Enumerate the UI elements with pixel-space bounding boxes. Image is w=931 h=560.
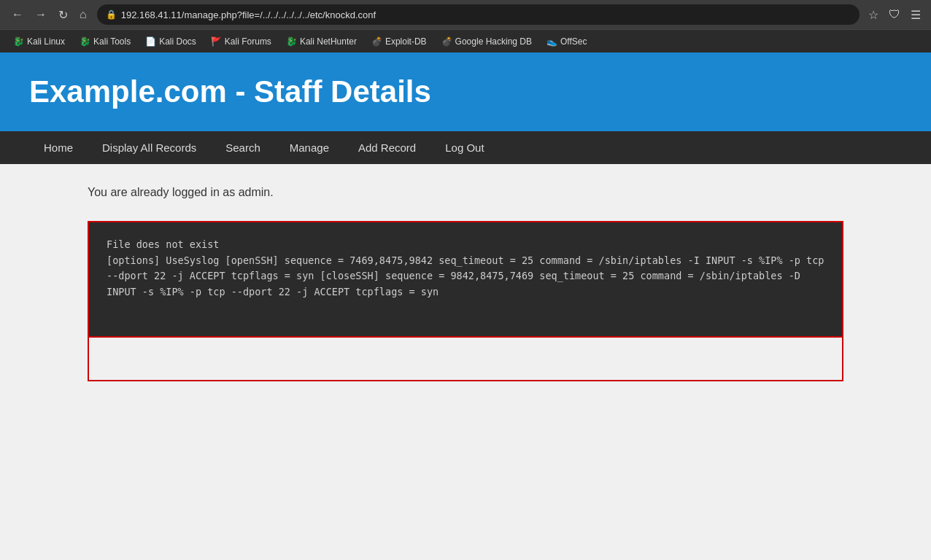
- bookmark-offsec[interactable]: 👟 OffSec: [541, 35, 592, 48]
- bookmark-kali-nethunter-label: Kali NetHunter: [300, 36, 357, 47]
- kali-linux-icon: 🐉: [13, 36, 24, 47]
- bookmark-kali-linux-label: Kali Linux: [27, 36, 65, 47]
- bookmark-exploit-db-label: Exploit-DB: [385, 36, 427, 47]
- file-content-text: File does not exist [options] UseSyslog …: [107, 237, 824, 300]
- nav-link-search[interactable]: Search: [211, 131, 275, 164]
- address-bar[interactable]: [121, 9, 851, 20]
- nav-buttons: ← → ↻ ⌂: [7, 7, 91, 23]
- bookmark-kali-docs[interactable]: 📄 Kali Docs: [139, 35, 202, 48]
- page-wrapper: Example.com - Staff Details Home Display…: [0, 52, 931, 560]
- bookmark-offsec-label: OffSec: [560, 36, 587, 47]
- bookmark-google-hacking-db[interactable]: 💣 Google Hacking DB: [436, 35, 538, 48]
- nav-link-home[interactable]: Home: [29, 131, 88, 164]
- forward-button[interactable]: →: [31, 7, 51, 23]
- nav-item-search: Search: [211, 131, 275, 164]
- nav-menu: Home Display All Records Search Manage A…: [29, 131, 902, 164]
- shield-button[interactable]: 🛡: [886, 7, 903, 23]
- lock-icon: 🔒: [106, 9, 117, 20]
- kali-nethunter-icon: 🐉: [286, 36, 297, 47]
- nav-item-manage: Manage: [275, 131, 344, 164]
- browser-chrome: ← → ↻ ⌂ 🔒 ☆ 🛡 ☰ 🐉 Kali Linux 🐉 Kali Tool…: [0, 0, 931, 52]
- bookmark-google-hacking-db-label: Google Hacking DB: [455, 36, 532, 47]
- back-button[interactable]: ←: [7, 7, 28, 23]
- google-hacking-db-icon: 💣: [441, 36, 452, 47]
- site-nav: Home Display All Records Search Manage A…: [0, 131, 931, 164]
- browser-actions: ☆ 🛡 ☰: [865, 7, 924, 23]
- bookmark-kali-docs-label: Kali Docs: [159, 36, 196, 47]
- refresh-button[interactable]: ↻: [54, 7, 72, 23]
- bookmark-kali-forums-label: Kali Forums: [225, 36, 271, 47]
- nav-link-display-all-records[interactable]: Display All Records: [88, 131, 211, 164]
- browser-toolbar: ← → ↻ ⌂ 🔒 ☆ 🛡 ☰: [0, 0, 931, 29]
- offsec-icon: 👟: [546, 36, 557, 47]
- kali-docs-icon: 📄: [145, 36, 156, 47]
- address-bar-container: 🔒: [97, 4, 859, 25]
- nav-item-display-all-records: Display All Records: [88, 131, 211, 164]
- kali-forums-icon: 🚩: [211, 36, 222, 47]
- nav-link-add-record[interactable]: Add Record: [344, 131, 430, 164]
- empty-section: [88, 338, 843, 381]
- bookmarks-bar: 🐉 Kali Linux 🐉 Kali Tools 📄 Kali Docs 🚩 …: [0, 29, 931, 52]
- bookmark-kali-forums[interactable]: 🚩 Kali Forums: [205, 35, 277, 48]
- nav-item-home: Home: [29, 131, 88, 164]
- bookmark-kali-linux[interactable]: 🐉 Kali Linux: [7, 35, 71, 48]
- main-content: You are already logged in as admin. File…: [0, 164, 931, 456]
- logged-in-message: You are already logged in as admin.: [88, 186, 843, 199]
- bookmarks-button[interactable]: ☆: [865, 7, 881, 23]
- site-title: Example.com - Staff Details: [29, 74, 902, 109]
- nav-item-add-record: Add Record: [344, 131, 430, 164]
- nav-link-manage[interactable]: Manage: [275, 131, 344, 164]
- menu-button[interactable]: ☰: [908, 7, 924, 23]
- kali-tools-icon: 🐉: [80, 36, 90, 47]
- bookmark-kali-tools-label: Kali Tools: [93, 36, 131, 47]
- file-content-box: File does not exist [options] UseSyslog …: [88, 221, 843, 338]
- home-button[interactable]: ⌂: [75, 7, 91, 23]
- nav-link-log-out[interactable]: Log Out: [430, 131, 498, 164]
- bookmark-kali-tools[interactable]: 🐉 Kali Tools: [74, 35, 136, 48]
- site-header: Example.com - Staff Details: [0, 52, 931, 131]
- bookmark-kali-nethunter[interactable]: 🐉 Kali NetHunter: [280, 35, 363, 48]
- bookmark-exploit-db[interactable]: 💣 Exploit-DB: [366, 35, 433, 48]
- exploit-db-icon: 💣: [371, 36, 382, 47]
- nav-item-log-out: Log Out: [430, 131, 498, 164]
